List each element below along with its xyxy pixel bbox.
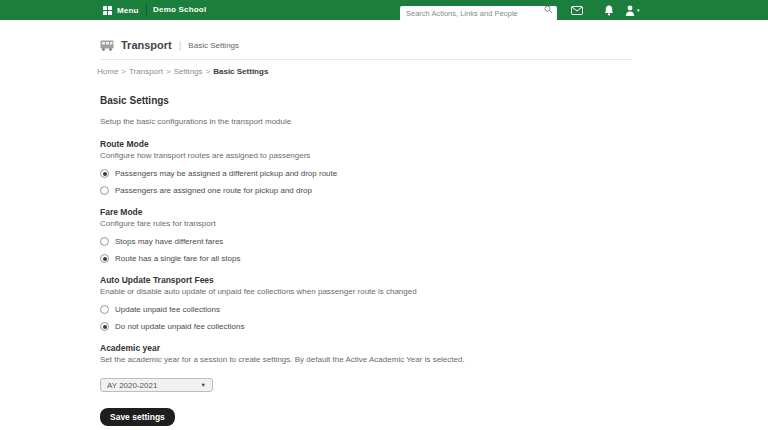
- radio-button[interactable]: [100, 254, 109, 263]
- section-description: Configure fare rules for transport: [100, 219, 580, 229]
- page-title: Basic Settings: [100, 95, 580, 106]
- notifications-bell-icon[interactable]: [604, 0, 614, 20]
- module-header: Transport | Basic Settings: [100, 37, 239, 53]
- section-label: Route Mode: [100, 139, 580, 149]
- radio-label: Passengers are assigned one route for pi…: [115, 186, 312, 195]
- module-title: Transport: [121, 39, 172, 51]
- module-subtitle: Basic Settings: [188, 41, 239, 50]
- menu-label: Menu: [117, 6, 139, 15]
- section-route-mode: Route Mode Configure how transport route…: [100, 139, 580, 195]
- academic-year-selected-value: AY 2020-2021: [107, 381, 157, 390]
- radio-option-single-fare[interactable]: Route has a single fare for all stops: [100, 254, 580, 263]
- bus-icon: [100, 40, 114, 51]
- radio-label: Passengers may be assigned a different p…: [115, 169, 337, 178]
- module-title-separator: |: [179, 40, 182, 51]
- topbar-divider: [146, 4, 147, 16]
- radio-label: Do not update unpaid fee collections: [115, 322, 244, 331]
- breadcrumb-separator: >: [121, 67, 126, 76]
- academic-year-select[interactable]: AY 2020-2021 ▼: [100, 378, 213, 392]
- breadcrumb-current: Basic Settings: [213, 67, 268, 76]
- radio-button[interactable]: [100, 169, 109, 178]
- section-academic-year: Academic year Set the academic year for …: [100, 343, 580, 392]
- radio-button[interactable]: [100, 186, 109, 195]
- breadcrumb: Home>Transport>Settings>Basic Settings: [97, 67, 268, 76]
- user-profile-icon[interactable]: ▾: [625, 0, 640, 20]
- breadcrumb-separator: >: [206, 67, 211, 76]
- menu-button[interactable]: Menu: [103, 0, 139, 20]
- radio-option-different-pickup-drop[interactable]: Passengers may be assigned a different p…: [100, 169, 580, 178]
- user-dropdown-caret-icon: ▾: [637, 8, 640, 13]
- section-label: Auto Update Transport Fees: [100, 275, 580, 285]
- save-settings-button[interactable]: Save settings: [100, 408, 175, 426]
- breadcrumb-settings-link[interactable]: Settings: [174, 67, 203, 76]
- school-name: Demo School: [153, 0, 206, 20]
- radio-label: Route has a single fare for all stops: [115, 254, 240, 263]
- apps-grid-icon: [103, 6, 112, 15]
- search-box: [400, 2, 557, 17]
- page-description: Setup the basic configurations in the tr…: [100, 117, 580, 127]
- section-auto-update-fees: Auto Update Transport Fees Enable or dis…: [100, 275, 580, 331]
- topbar: Menu Demo School ▾: [0, 0, 768, 20]
- breadcrumb-separator: >: [166, 67, 171, 76]
- radio-label: Stops may have different fares: [115, 237, 223, 246]
- radio-button[interactable]: [100, 237, 109, 246]
- radio-button[interactable]: [100, 322, 109, 331]
- section-description: Set the academic year for a session to c…: [100, 355, 580, 365]
- breadcrumb-transport-link[interactable]: Transport: [129, 67, 163, 76]
- radio-option-do-not-update-unpaid[interactable]: Do not update unpaid fee collections: [100, 322, 580, 331]
- search-icon[interactable]: [544, 5, 553, 14]
- breadcrumb-home-link[interactable]: Home: [97, 67, 118, 76]
- radio-option-update-unpaid[interactable]: Update unpaid fee collections: [100, 305, 580, 314]
- section-fare-mode: Fare Mode Configure fare rules for trans…: [100, 207, 580, 263]
- search-input[interactable]: [400, 6, 557, 21]
- header-divider: [100, 59, 632, 60]
- section-description: Enable or disable auto update of unpaid …: [100, 287, 580, 297]
- select-dropdown-arrow-icon: ▼: [201, 382, 206, 388]
- main-content: Basic Settings Setup the basic configura…: [100, 95, 580, 426]
- section-label: Academic year: [100, 343, 580, 353]
- section-description: Configure how transport routes are assig…: [100, 151, 580, 161]
- radio-option-different-fares[interactable]: Stops may have different fares: [100, 237, 580, 246]
- section-label: Fare Mode: [100, 207, 580, 217]
- radio-button[interactable]: [100, 305, 109, 314]
- radio-label: Update unpaid fee collections: [115, 305, 220, 314]
- mail-icon[interactable]: [571, 0, 583, 20]
- radio-option-one-route[interactable]: Passengers are assigned one route for pi…: [100, 186, 580, 195]
